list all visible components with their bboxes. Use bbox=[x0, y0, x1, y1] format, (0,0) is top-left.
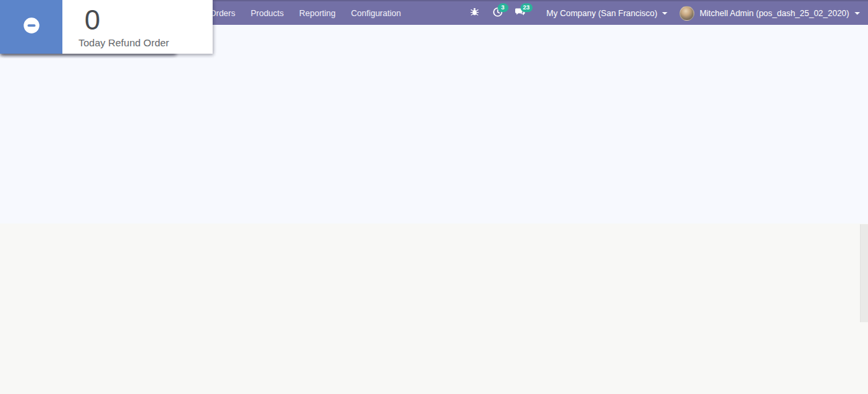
menu-reporting[interactable]: Reporting bbox=[298, 6, 337, 21]
vertical-scrollbar-thumb[interactable] bbox=[860, 224, 868, 322]
minus-circle-icon bbox=[22, 16, 41, 38]
systray: 3 23 My Company (San Francisco) Mitchell… bbox=[464, 1, 861, 26]
kpi-value: 0 bbox=[85, 6, 213, 34]
activities-button[interactable]: 3 bbox=[486, 1, 509, 26]
menu-products[interactable]: Products bbox=[250, 6, 285, 21]
user-name: Mitchell Admin (pos_dash_25_02_2020) bbox=[700, 9, 849, 18]
activity-count-badge: 3 bbox=[498, 3, 508, 12]
bug-icon bbox=[470, 7, 480, 19]
menu-configuration[interactable]: Configuration bbox=[349, 6, 402, 21]
company-switcher[interactable]: My Company (San Francisco) bbox=[547, 9, 667, 18]
pos-dashboard-page: Point of Sale Dashboard Orders Products … bbox=[0, 0, 868, 394]
user-avatar bbox=[680, 6, 694, 21]
user-menu[interactable]: Mitchell Admin (pos_dash_25_02_2020) bbox=[680, 6, 861, 21]
debug-menu-button[interactable] bbox=[464, 1, 486, 26]
message-count-badge: 23 bbox=[521, 3, 533, 12]
kpi-icon-box bbox=[0, 0, 62, 54]
dashboard-content-area bbox=[0, 25, 868, 224]
kpi-label: Today Refund Order bbox=[78, 37, 213, 48]
messages-button[interactable]: 23 bbox=[509, 1, 532, 26]
lower-background-area bbox=[0, 224, 868, 394]
company-name: My Company (San Francisco) bbox=[547, 9, 657, 18]
caret-down-icon bbox=[855, 12, 860, 15]
caret-down-icon bbox=[662, 12, 667, 15]
kpi-card-today-refund-order[interactable]: 0 Today Refund Order bbox=[0, 0, 213, 54]
